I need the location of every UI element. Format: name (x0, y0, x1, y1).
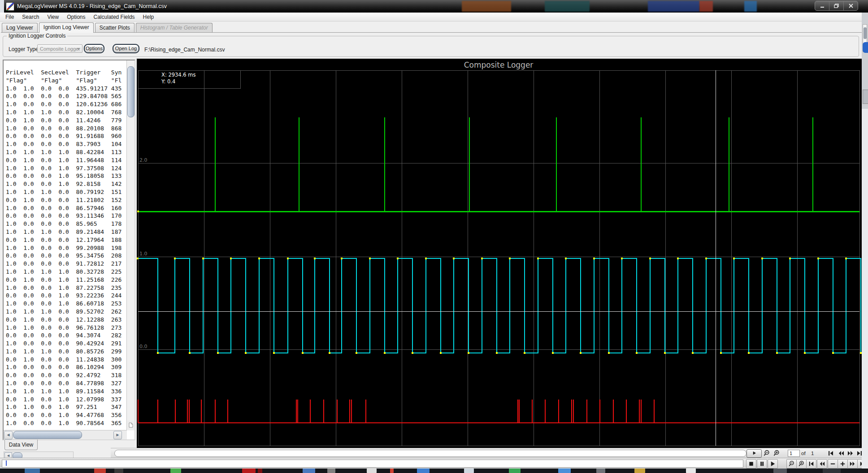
taskbar-app-icon[interactable] (823, 469, 841, 473)
pause-button[interactable] (757, 459, 767, 469)
menu-help[interactable]: Help (139, 13, 158, 21)
chart-title: Composite Logger (464, 60, 534, 69)
y-axis-tick-label: 0.0 (139, 344, 148, 349)
app-icon (6, 2, 14, 11)
taskbar-app-icon[interactable] (303, 469, 315, 473)
page-total-label: 1 (811, 451, 814, 456)
background-smudge (545, 1, 590, 12)
skip-start-button[interactable] (806, 459, 816, 469)
taskbar-app-icon[interactable] (114, 469, 123, 473)
tab-data-view[interactable]: Data View (4, 439, 38, 450)
background-window-sliver (862, 13, 868, 469)
scroll-left-icon[interactable]: ◄ (4, 431, 13, 439)
taskbar-app-icon[interactable] (509, 469, 521, 473)
horizontal-scrollbar[interactable]: ◄ ► (4, 430, 127, 439)
screen-corner-fragment (0, 0, 4, 13)
crosshair-readout: X: 2934.6 ms (161, 72, 196, 78)
background-window-area (862, 109, 868, 469)
background-smudge (462, 1, 511, 12)
window-title: MegaLogViewer MS 4.0.19 - Rising_edge_Ca… (17, 3, 167, 9)
chart-footer-toolbar: 1 of 1 (111, 448, 868, 458)
windows-taskbar-sliver[interactable] (0, 469, 868, 473)
taskbar-app-icon[interactable] (596, 469, 605, 473)
menu-options[interactable]: Options (63, 13, 89, 21)
megalogviewer-window: MegaLogViewer MS 4.0.19 - Rising_edge_Ca… (0, 0, 868, 473)
options-button[interactable]: Options (84, 44, 104, 53)
taskbar-app-icon[interactable] (367, 469, 377, 473)
minus-button[interactable] (828, 459, 838, 469)
crosshair-readout: Y: 0.4 (161, 78, 175, 85)
background-scrollbar-thumb (864, 27, 867, 39)
taskbar-app-icon[interactable] (25, 469, 40, 473)
ignition-logger-controls-group: Ignition Logger Controls Logger Type: Co… (3, 36, 859, 57)
rewind-button[interactable] (817, 459, 827, 469)
tab-ignition-log-viewer[interactable]: Ignition Log Viewer (39, 22, 94, 33)
ignition-data-panel: PriLevel SecLevel Trigger Syn "Flag" "Fl… (3, 60, 135, 440)
taskbar-app-icon[interactable] (686, 469, 696, 473)
chevron-down-icon (77, 48, 80, 50)
taskbar-app-icon[interactable] (242, 469, 256, 473)
background-smudge (699, 1, 713, 12)
background-blue-fragment (863, 42, 868, 53)
chart-position-slider[interactable] (114, 450, 746, 457)
group-label: Ignition Logger Controls (7, 33, 67, 39)
playback-toolbar (0, 458, 868, 469)
slider-handle[interactable] (746, 449, 762, 458)
close-icon[interactable] (843, 1, 858, 10)
vertical-scrollbar[interactable] (126, 60, 135, 430)
status-input[interactable] (2, 460, 743, 468)
logger-type-value: Composite Logger (40, 46, 80, 52)
stop-button[interactable] (746, 459, 756, 469)
log-data-text[interactable]: PriLevel SecLevel Trigger Syn "Flag" "Fl… (6, 69, 128, 430)
taskbar-app-icon[interactable] (773, 469, 787, 473)
y-axis-tick-label: 1.0 (139, 251, 148, 257)
logger-type-select[interactable]: Composite Logger (37, 44, 82, 53)
zoom-in-button[interactable] (796, 459, 807, 469)
background-smudge (648, 1, 699, 12)
chart-canvas[interactable]: 2.01.00.0Composite LoggerX: 2934.6 msY: … (137, 59, 862, 448)
taskbar-app-icon[interactable] (417, 469, 430, 473)
fast-forward-icon[interactable] (847, 450, 854, 457)
restore-icon[interactable] (829, 1, 843, 10)
minimize-icon[interactable] (815, 1, 829, 10)
y-axis-tick-label: 2.0 (139, 157, 148, 163)
page-number-field[interactable]: 1 (788, 450, 800, 457)
logger-type-label: Logger Type: (9, 46, 40, 52)
zoom-in-icon[interactable] (773, 450, 780, 457)
taskbar-app-icon[interactable] (634, 469, 645, 473)
rewind-icon[interactable] (838, 450, 845, 457)
taskbar-app-icon[interactable] (390, 469, 394, 473)
menu-bar: FileSearchViewOptionsCalculated FieldsHe… (0, 13, 868, 22)
tab-scatter-plots[interactable]: Scatter Plots (95, 23, 135, 32)
horizontal-scrollbar-thumb[interactable] (13, 431, 82, 439)
menu-calculated-fields[interactable]: Calculated Fields (90, 13, 139, 21)
window-controls (815, 1, 858, 11)
menu-search[interactable]: Search (18, 13, 43, 21)
open-log-button[interactable]: Open Log (113, 44, 139, 53)
background-gray-fragment (863, 90, 868, 104)
plus-button[interactable] (838, 459, 848, 469)
zoom-out-icon[interactable] (763, 450, 770, 457)
tab-log-viewer[interactable]: Log Viewer (2, 23, 38, 32)
loaded-file-path: F:\Rising_edge_Cam_Normal.csv (144, 47, 225, 53)
menu-file[interactable]: File (1, 13, 18, 21)
scroll-right-icon[interactable]: ► (113, 431, 122, 439)
taskbar-app-icon[interactable] (327, 469, 335, 473)
zoom-out-button[interactable] (786, 459, 797, 469)
scrollbar-corner-icon[interactable] (127, 421, 134, 430)
title-bar[interactable]: MegaLogViewer MS 4.0.19 - Rising_edge_Ca… (0, 0, 868, 13)
taskbar-app-icon[interactable] (558, 469, 571, 473)
fast-forward-button[interactable] (847, 459, 858, 469)
tab-histogram-table-generator: Histogram / Table Generator (136, 23, 213, 32)
taskbar-app-icon[interactable] (94, 469, 106, 473)
vertical-scrollbar-thumb[interactable] (127, 66, 135, 117)
taskbar-app-icon[interactable] (258, 469, 262, 473)
composite-logger-chart[interactable]: 2.01.00.0Composite LoggerX: 2934.6 msY: … (137, 59, 862, 448)
text-caret (6, 460, 7, 466)
taskbar-app-icon[interactable] (464, 469, 474, 473)
play-button[interactable] (768, 459, 778, 469)
taskbar-app-icon[interactable] (170, 469, 181, 473)
tab-strip: Log ViewerIgnition Log ViewerScatter Plo… (1, 22, 868, 33)
menu-view[interactable]: View (43, 13, 63, 21)
skip-start-icon[interactable] (827, 450, 834, 457)
